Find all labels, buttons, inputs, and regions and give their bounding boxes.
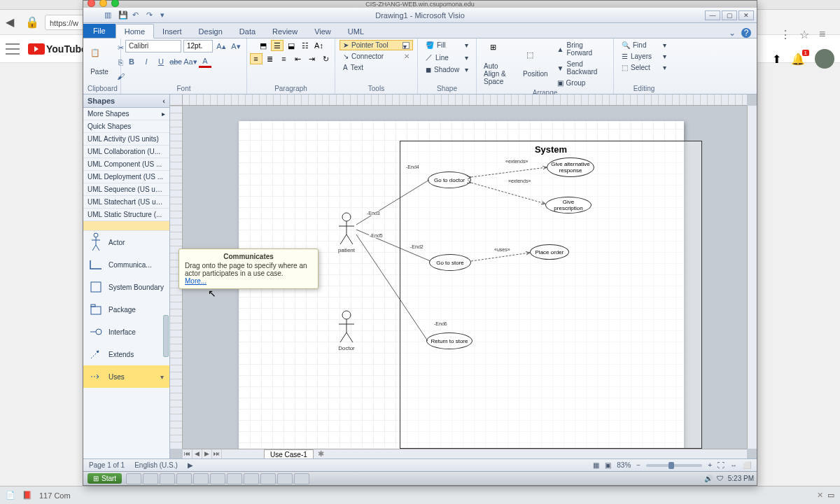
mac-close-icon[interactable] <box>88 0 95 7</box>
minimize-button[interactable]: — <box>705 10 720 20</box>
pointer-dropdown[interactable]: ▾ <box>402 42 410 49</box>
stencil-item[interactable]: UML Component (US ... <box>83 158 169 171</box>
usecase-place-order[interactable]: Place order <box>530 244 569 260</box>
align-center-icon[interactable]: ≣ <box>264 53 276 64</box>
tab-design[interactable]: Design <box>190 24 231 38</box>
underline-button[interactable]: U <box>155 55 167 68</box>
redo-icon[interactable]: ↷ <box>146 10 156 20</box>
shrink-font-icon[interactable]: A▾ <box>230 40 242 52</box>
shape-actor[interactable]: Actor <box>83 231 169 253</box>
dock-close-icon[interactable]: ✕ <box>817 491 823 500</box>
group-button[interactable]: ▣Group <box>554 78 609 88</box>
position-button[interactable]: ⬚ Position <box>520 49 551 79</box>
usecase-prescription[interactable]: Give prescription <box>545 197 592 214</box>
font-size-select[interactable]: 12pt. <box>183 40 213 52</box>
layers-button[interactable]: ☰Layers▾ <box>618 51 670 62</box>
bold-button[interactable]: B <box>125 55 138 68</box>
align-right-icon[interactable]: ≡ <box>278 53 290 64</box>
taskbar-app-icon[interactable] <box>176 473 192 484</box>
taskbar-app-icon[interactable] <box>143 473 158 484</box>
tab-home[interactable]: Home <box>115 24 154 38</box>
align-middle-icon[interactable]: ☰ <box>271 40 284 51</box>
mac-minimize-icon[interactable] <box>99 0 107 7</box>
tray-icon[interactable]: 🔊 <box>704 475 713 482</box>
start-button[interactable]: ⊞ Start <box>88 473 122 484</box>
align-left-icon[interactable]: ≡ <box>250 53 262 64</box>
grow-font-icon[interactable]: A▴ <box>215 40 227 52</box>
youtube-logo[interactable]: YouTube <box>28 43 87 55</box>
qat-dropdown-icon[interactable]: ▾ <box>160 10 170 20</box>
zoom-level[interactable]: 83% <box>617 461 631 469</box>
zoom-slider[interactable] <box>646 464 702 467</box>
stencil-item[interactable]: UML Deployment (US ... <box>83 171 169 183</box>
zoom-thumb[interactable] <box>668 462 674 469</box>
bookmark-icon[interactable]: ☆ <box>799 28 812 41</box>
tab-insert[interactable]: Insert <box>154 24 190 38</box>
rotate-text-icon[interactable]: ↻ <box>320 53 332 64</box>
strikethrough-button[interactable]: abc <box>169 55 182 68</box>
change-case-icon[interactable]: Aa▾ <box>184 55 197 68</box>
tab-view[interactable]: View <box>306 24 340 38</box>
quick-shapes-item[interactable]: Quick Shapes <box>83 120 169 133</box>
save-icon[interactable]: 💾 <box>118 10 128 20</box>
dock-tray-icon[interactable]: ▭ <box>827 491 834 500</box>
align-top-icon[interactable]: ⬒ <box>257 40 270 51</box>
stencil-item[interactable]: UML Statechart (US un... <box>83 196 169 209</box>
upload-icon[interactable]: ⬆ <box>772 52 781 66</box>
maximize-button[interactable]: ▢ <box>722 10 737 20</box>
tooltip-more-link[interactable]: More... <box>185 277 206 285</box>
back-icon[interactable]: ◀ <box>6 15 20 29</box>
undo-icon[interactable]: ↶ <box>132 10 142 20</box>
taskbar-app-icon[interactable] <box>160 473 175 484</box>
tab-data[interactable]: Data <box>231 24 264 38</box>
taskbar-app-icon[interactable] <box>277 473 293 484</box>
tab-uml[interactable]: UML <box>340 24 372 38</box>
find-button[interactable]: 🔍Find▾ <box>618 40 670 50</box>
language-indicator[interactable]: English (U.S.) <box>134 461 178 469</box>
align-bottom-icon[interactable]: ⬓ <box>285 40 298 51</box>
avatar[interactable] <box>815 49 834 69</box>
font-name-select[interactable]: Calibri <box>125 40 181 52</box>
prev-page-icon[interactable]: ◀ <box>192 449 202 458</box>
usecase-alt-response[interactable]: Give alternative response <box>547 158 594 177</box>
view-full-icon[interactable]: ▣ <box>605 461 611 469</box>
paste-button[interactable]: 📋 Paste <box>88 47 111 77</box>
dock-item[interactable]: 📄 <box>6 491 15 500</box>
visio-app-icon[interactable]: ▥ <box>104 10 114 20</box>
notifications-icon[interactable]: 🔔1 <box>791 52 805 66</box>
tray-icon[interactable]: 🛡 <box>717 475 724 482</box>
sheet-tab[interactable]: Use Case-1 <box>264 449 314 458</box>
zoom-in-icon[interactable]: + <box>708 461 712 469</box>
clock[interactable]: 5:23 PM <box>728 475 754 482</box>
full-screen-icon[interactable]: ⬜ <box>743 461 751 469</box>
usecase-go-to-store[interactable]: Go to store <box>429 254 471 271</box>
tab-file[interactable]: File <box>83 24 115 38</box>
shape-interface[interactable]: Interface <box>83 321 169 343</box>
next-page-icon[interactable]: ▶ <box>202 449 212 458</box>
taskbar-app-icon[interactable] <box>210 473 225 484</box>
stencil-item-selected[interactable] <box>83 221 169 231</box>
shadow-button[interactable]: ◼Shadow▾ <box>422 64 472 75</box>
line-button[interactable]: ／Line▾ <box>422 51 472 64</box>
actor-doctor[interactable]: Doctor <box>337 310 356 351</box>
mac-zoom-icon[interactable] <box>111 0 119 7</box>
taskbar-app-icon[interactable] <box>126 473 141 484</box>
collapse-panel-icon[interactable]: ‹ <box>162 97 165 105</box>
shape-system-boundary[interactable]: System Boundary <box>83 276 169 298</box>
macro-icon[interactable]: ▶ <box>188 461 193 469</box>
taskbar-app-icon[interactable] <box>260 473 276 484</box>
last-page-icon[interactable]: ⏭ <box>212 449 222 458</box>
bring-forward-button[interactable]: ▲Bring Forward <box>554 40 609 58</box>
view-normal-icon[interactable]: ▦ <box>593 461 599 469</box>
fill-button[interactable]: 🪣Fill▾ <box>422 40 472 50</box>
text-direction-icon[interactable]: A↕ <box>313 40 326 51</box>
shape-package[interactable]: Package <box>83 298 169 321</box>
minimize-ribbon-icon[interactable]: ⌄ <box>727 28 737 38</box>
text-tool-button[interactable]: A Text <box>340 62 413 73</box>
stencil-item[interactable]: UML Static Structure (... <box>83 209 169 221</box>
new-page-icon[interactable]: ✱ <box>314 449 328 458</box>
stencil-item[interactable]: UML Collaboration (U... <box>83 146 169 158</box>
stencil-item[interactable]: UML Activity (US units) <box>83 133 169 146</box>
stencil-item[interactable]: UML Sequence (US uni... <box>83 183 169 196</box>
extension-icon[interactable]: ⋮ <box>780 28 792 41</box>
